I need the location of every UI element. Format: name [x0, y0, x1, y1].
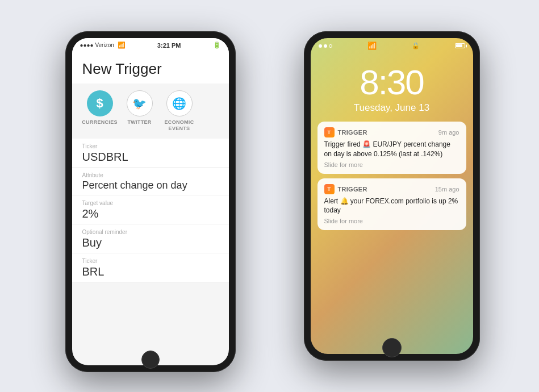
icon-currencies[interactable]: $ CURRENCIES: [80, 90, 120, 132]
economic-symbol: 🌐: [172, 97, 186, 110]
twitter-label: TWITTER: [127, 119, 151, 125]
notif-1-icon: T: [324, 127, 335, 137]
notif-2-body: Alert 🔔 your FOREX.com portfolio is up 2…: [324, 197, 459, 216]
notif-1-body: Trigger fired 🚨 EUR/JPY percent change o…: [324, 140, 459, 159]
lock-time-container: 8:30 Tuesday, June 13: [311, 53, 473, 116]
lock-screen: 📶 🔒 8:30 Tuesday, June 13 T: [311, 38, 473, 354]
phone-front: ●●●● Verizon 📶 3:21 PM 🔋 New Trigger $ C…: [65, 31, 236, 372]
notif-1-header: T Trigger 9m ago: [324, 127, 459, 137]
field-target[interactable]: Target value 2%: [72, 195, 229, 224]
wifi-icon: 📶: [367, 41, 377, 50]
notification-2[interactable]: T Trigger 15m ago Alert 🔔 your FOREX.com…: [317, 178, 466, 231]
front-time: 3:21 PM: [157, 42, 181, 49]
battery-fill: [456, 44, 462, 47]
ticker-label: Ticker: [82, 143, 219, 149]
attribute-label: Attribute: [82, 172, 219, 178]
signal-dot-2: [324, 44, 327, 48]
battery-area: 🔋: [213, 41, 221, 49]
signal-dots: [319, 44, 332, 48]
lockscreen-status-bar: 📶 🔒: [311, 38, 473, 53]
ticker-value: USDBRL: [82, 151, 219, 164]
economic-label: ECONOMICEVENTS: [165, 119, 194, 132]
notif-1-time: 9m ago: [438, 129, 459, 136]
notification-1[interactable]: T Trigger 9m ago Trigger fired 🚨 EUR/JPY…: [317, 122, 466, 174]
icon-economic-events[interactable]: 🌐 ECONOMICEVENTS: [160, 90, 199, 132]
notif-1-app: T Trigger: [324, 127, 367, 137]
wifi-signal: 📶: [118, 41, 126, 49]
front-screen: ●●●● Verizon 📶 3:21 PM 🔋 New Trigger $ C…: [72, 38, 229, 365]
front-phone-home-button[interactable]: [141, 351, 160, 369]
field-reminder[interactable]: Optional reminder Buy: [72, 224, 229, 253]
reminder-label: Optional reminder: [82, 229, 219, 235]
carrier: ●●●● Verizon 📶: [80, 41, 126, 49]
notif-2-header: T Trigger 15m ago: [324, 184, 459, 194]
field-ticker[interactable]: Ticker USDBRL: [72, 139, 229, 168]
notifications-container: T Trigger 9m ago Trigger fired 🚨 EUR/JPY…: [311, 116, 473, 236]
phone-back: 📶 🔒 8:30 Tuesday, June 13 T: [304, 31, 480, 361]
signal-carrier-text: ●●●● Verizon: [80, 42, 114, 48]
ticker-2-label: Ticker: [82, 258, 219, 264]
lock-time: 8:30: [311, 65, 473, 100]
field-attribute[interactable]: Attribute Percent change on day: [72, 168, 229, 195]
twitter-circle[interactable]: 🐦: [127, 90, 153, 116]
signal-dot-3: [329, 44, 332, 48]
icon-selector-row: $ CURRENCIES 🐦 TWITTER 🌐 ECONOMICEVENTS: [72, 84, 229, 139]
reminder-value: Buy: [82, 236, 219, 249]
notif-2-app: T Trigger: [324, 184, 367, 194]
form-section: Ticker USDBRL Attribute Percent change o…: [72, 139, 229, 282]
twitter-symbol: 🐦: [132, 97, 147, 110]
battery-icon: [455, 43, 465, 48]
field-ticker-2[interactable]: Ticker BRL: [72, 253, 229, 282]
front-status-bar: ●●●● Verizon 📶 3:21 PM 🔋: [72, 38, 229, 52]
notif-1-action: Slide for more: [324, 161, 459, 168]
currencies-label: CURRENCIES: [82, 119, 118, 125]
target-label: Target value: [82, 200, 219, 206]
notif-2-icon: T: [324, 184, 335, 194]
app-title: New Trigger: [72, 52, 229, 84]
signal-dot-1: [319, 44, 322, 48]
economic-circle[interactable]: 🌐: [166, 90, 193, 116]
back-phone-home-button[interactable]: [382, 338, 402, 357]
lock-date: Tuesday, June 13: [311, 102, 473, 114]
notif-2-time: 15m ago: [435, 186, 459, 193]
ticker-2-value: BRL: [82, 265, 219, 278]
notif-2-action: Slide for more: [324, 218, 459, 224]
scene: 📶 🔒 8:30 Tuesday, June 13 T: [48, 14, 491, 378]
currencies-circle[interactable]: $: [87, 90, 113, 116]
target-value: 2%: [82, 207, 219, 220]
icon-twitter[interactable]: 🐦 TWITTER: [120, 90, 160, 132]
currencies-symbol: $: [96, 96, 103, 111]
lock-icon: 🔒: [412, 42, 420, 49]
attribute-value: Percent change on day: [82, 180, 219, 191]
